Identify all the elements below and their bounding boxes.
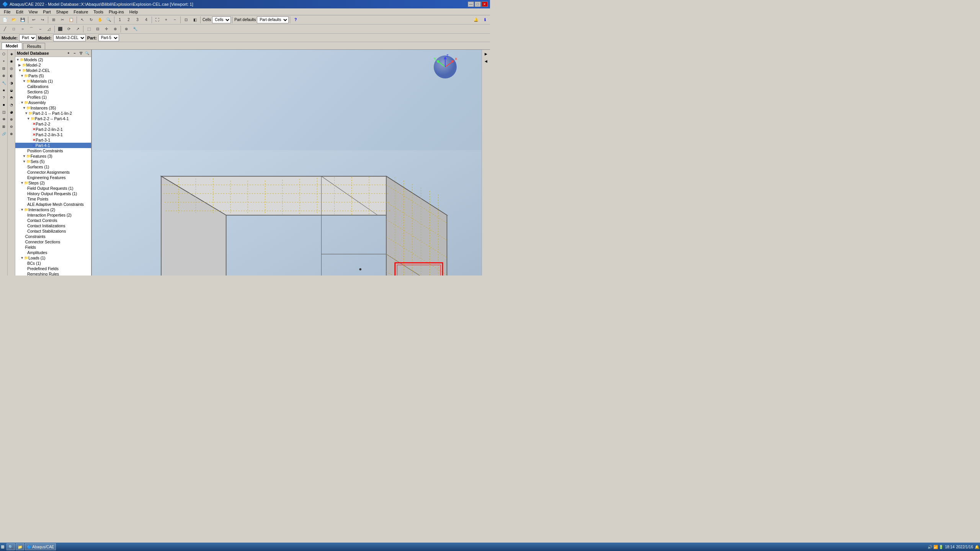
tree-item-24[interactable]: ·Field Output Requests (1) <box>15 186 91 191</box>
icon2-10[interactable]: ⊕ <box>8 116 15 123</box>
tree-item-13[interactable]: ✕Part-2-2-lin-2-1 <box>15 127 91 132</box>
menu-file[interactable]: File <box>2 9 13 15</box>
menu-view[interactable]: View <box>26 9 40 15</box>
datum-btn[interactable]: ✛ <box>102 25 111 33</box>
tree-item-29[interactable]: ·Interaction Properties (2) <box>15 212 91 218</box>
undo-btn[interactable]: ↩ <box>29 16 38 24</box>
tree-item-34[interactable]: ·Connector Sections <box>15 239 91 245</box>
module-select[interactable]: Part <box>19 34 36 41</box>
icon2-12[interactable]: ⊗ <box>8 130 15 137</box>
fillet-btn[interactable]: ⌣ <box>36 25 44 33</box>
partition-btn[interactable]: ⊟ <box>93 25 102 33</box>
menu-feature[interactable]: Feature <box>71 9 90 15</box>
icon2-6[interactable]: ◒ <box>8 87 15 94</box>
tree-item-40[interactable]: ·Remeshing Rules <box>15 271 91 276</box>
repair-btn[interactable]: 🔧 <box>131 25 139 33</box>
set-icon[interactable]: ■ <box>0 101 7 108</box>
view3[interactable]: 3 <box>133 16 142 24</box>
tree-item-9[interactable]: ▼📁Instances (35) <box>15 105 91 111</box>
cut-solid-btn[interactable]: ⬚ <box>85 25 93 33</box>
reference-btn[interactable]: ⊕ <box>111 25 119 33</box>
tree-item-36[interactable]: ·Amplitudes <box>15 250 91 255</box>
window-controls[interactable]: — □ ✕ <box>468 2 488 7</box>
tree-item-19[interactable]: ▼📁Sets (5) <box>15 159 91 164</box>
menu-edit[interactable]: Edit <box>14 9 26 15</box>
zoom-in-btn[interactable]: + <box>162 16 170 24</box>
display-icon[interactable]: 👁 <box>0 116 7 123</box>
partition-icon[interactable]: ⊟ <box>0 65 7 72</box>
redo-btn[interactable]: ↪ <box>38 16 47 24</box>
menu-plugins[interactable]: Plug-ins <box>106 9 126 15</box>
tree-item-20[interactable]: ·Surfaces (1) <box>15 164 91 170</box>
virtual-topology-btn[interactable]: ⊗ <box>122 25 131 33</box>
part-select[interactable]: Part-5 <box>98 34 119 41</box>
icon2-8[interactable]: ◔ <box>8 101 15 108</box>
tree-item-23[interactable]: ▼📁Steps (2) <box>15 180 91 186</box>
assign-icon[interactable]: 🔗 <box>0 130 7 137</box>
tree-item-4[interactable]: ▼📁Materials (1) <box>15 78 91 84</box>
tree-item-0[interactable]: ▼📁Models (2) <box>15 57 91 62</box>
tree-header-icons[interactable]: + − ▽ 🔍 <box>66 51 90 56</box>
tree-search[interactable]: 🔍 <box>84 51 90 56</box>
tree-item-30[interactable]: ·Contact Controls <box>15 218 91 223</box>
icon2-2[interactable]: ◉ <box>8 58 15 65</box>
arc-btn[interactable]: ⌒ <box>27 25 36 33</box>
maximize-button[interactable]: □ <box>475 2 481 7</box>
tree-item-1[interactable]: ▶📁Model-2 <box>15 62 91 68</box>
tree-item-33[interactable]: ·Constraints <box>15 234 91 239</box>
tree-item-5[interactable]: ·Calibrations <box>15 84 91 89</box>
view2[interactable]: 2 <box>124 16 133 24</box>
create-part-icon[interactable]: ⬡ <box>0 51 7 57</box>
sweep-btn[interactable]: ↗ <box>74 25 82 33</box>
copy-btn[interactable]: ⊞ <box>49 16 58 24</box>
menu-part[interactable]: Part <box>41 9 53 15</box>
revolve-btn[interactable]: ⟳ <box>65 25 73 33</box>
model-select[interactable]: Model-2-CEL <box>53 34 86 41</box>
tree-item-11[interactable]: ▼📁Part-2-2 -- Part-4-1 <box>15 116 91 121</box>
extrude-btn[interactable]: ⬛ <box>56 25 64 33</box>
menu-help[interactable]: Help <box>127 9 140 15</box>
icon2-5[interactable]: ◑ <box>8 80 15 86</box>
tab-model[interactable]: Model <box>2 42 22 49</box>
shade-btn[interactable]: ◧ <box>191 16 199 24</box>
tree-item-10[interactable]: ▼📁Part-2-1 -- Part-1-lin-2 <box>15 111 91 116</box>
pan-btn[interactable]: ✋ <box>96 16 104 24</box>
tree-item-39[interactable]: ·Predefined Fields <box>15 266 91 271</box>
minimize-button[interactable]: — <box>468 2 474 7</box>
tab-results[interactable]: Results <box>23 43 46 49</box>
part-defaults-dropdown[interactable]: Part defaults <box>257 16 289 23</box>
viewport[interactable]: Z Y X <box>92 50 482 276</box>
surface-icon[interactable]: ◫ <box>0 109 7 116</box>
chamfer-btn[interactable]: ◿ <box>45 25 53 33</box>
tree-item-28[interactable]: ▼📁Interactions (2) <box>15 207 91 212</box>
create-datum-icon[interactable]: + <box>0 58 7 65</box>
close-button[interactable]: ✕ <box>482 2 488 7</box>
zoom-out-btn[interactable]: − <box>171 16 179 24</box>
view1[interactable]: 1 <box>116 16 124 24</box>
tree-item-26[interactable]: ·Time Points <box>15 196 91 202</box>
icon2-4[interactable]: ◐ <box>8 72 15 79</box>
tree-item-16[interactable]: ■Part-4-1 <box>15 143 91 148</box>
rt-icon-1[interactable]: ▶ <box>483 51 490 57</box>
tree-item-18[interactable]: ▼📁Features (3) <box>15 153 91 159</box>
mesh-icon[interactable]: ⊞ <box>0 123 7 130</box>
circle-btn[interactable]: ○ <box>18 25 27 33</box>
icon2-9[interactable]: ◕ <box>8 109 15 116</box>
tree-item-31[interactable]: ·Contact Initializations <box>15 223 91 228</box>
new-btn[interactable]: 📄 <box>1 16 9 24</box>
cut-btn[interactable]: ✂ <box>58 16 67 24</box>
tree-item-3[interactable]: ▼📁Parts (5) <box>15 73 91 78</box>
help-icon-btn[interactable]: ? <box>291 16 300 24</box>
tree-item-27[interactable]: ·ALE Adaptive Mesh Constraints <box>15 202 91 207</box>
save-btn[interactable]: 💾 <box>18 16 27 24</box>
tree-item-12[interactable]: ✕Part-2-2 <box>15 121 91 127</box>
tree-item-17[interactable]: ·Position Constraints <box>15 148 91 153</box>
icon2-11[interactable]: ⊖ <box>8 123 15 130</box>
rt-icon-2[interactable]: ◀ <box>483 58 490 65</box>
icon2-7[interactable]: ◓ <box>8 94 15 101</box>
tree-item-38[interactable]: ·BCs (1) <box>15 261 91 266</box>
fit-btn[interactable]: ⛶ <box>153 16 162 24</box>
tree-item-2[interactable]: ▼📁Model-2-CEL <box>15 68 91 73</box>
tree-item-14[interactable]: ✕Part-2-2-lin-3-1 <box>15 132 91 137</box>
rect-btn[interactable]: □ <box>10 25 18 33</box>
